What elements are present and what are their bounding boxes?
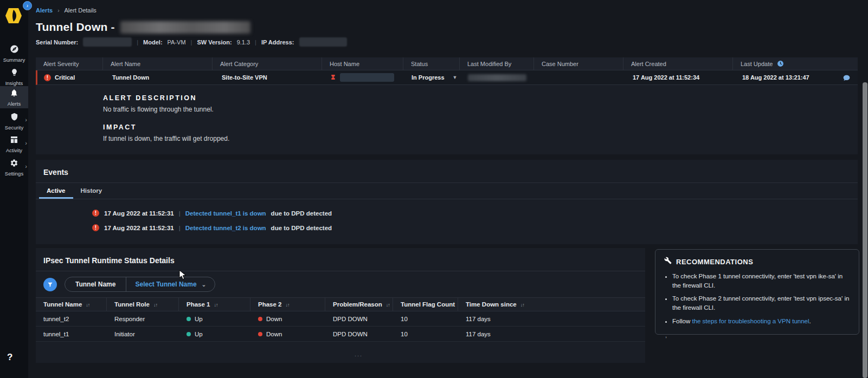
ip-address-label: IP Address: [261, 39, 294, 45]
alert-table-row: ! Critical Tunnel Down Site-to-Site VPN … [36, 70, 858, 85]
breadcrumb-alerts-link[interactable]: Alerts [36, 7, 53, 14]
event-list: ! 17 Aug 2022 at 11:52:31 Detected tunne… [36, 199, 858, 231]
filter-row: Tunnel Name Select Tunnel Name ⌄ [36, 271, 645, 297]
recommendations-title: RECOMMENDATIONS [676, 258, 753, 266]
tunnel-role-cell: Initiator [107, 327, 179, 341]
model-value: PA-VM [168, 39, 186, 45]
scrollbar-thumb[interactable] [863, 82, 867, 378]
divider [179, 210, 181, 217]
serial-number-label: Serial Number: [36, 39, 78, 45]
sidebar-expand-button[interactable]: › [23, 1, 32, 10]
sidebar-item-security[interactable]: Security › [0, 110, 28, 131]
recommendations-list: To check Phase 1 tunnel connectivity, en… [672, 272, 850, 325]
hourglass-icon [330, 74, 336, 82]
col-alert-severity: Alert Severity [36, 57, 103, 70]
status-up-dot [187, 317, 191, 321]
phase2-cell: Down [250, 327, 325, 341]
event-item: ! 17 Aug 2022 at 11:52:31 Detected tunne… [92, 210, 858, 217]
critical-icon: ! [92, 224, 99, 231]
col-problem-reason[interactable]: Problem/Reason [325, 298, 393, 311]
shield-icon [10, 114, 18, 123]
event-link[interactable]: Detected tunnel_t2 is down [185, 225, 266, 231]
tunnel-name-select[interactable]: Select Tunnel Name ⌄ [126, 277, 215, 291]
col-host-name: Host Name [322, 57, 403, 70]
title-row: Tunnel Down - [36, 21, 250, 34]
troubleshooting-link[interactable]: the steps for troubleshooting a VPN tunn… [692, 318, 809, 324]
col-tunnel-role[interactable]: Tunnel Role [107, 298, 179, 311]
phase1-cell: Up [179, 311, 250, 326]
phase1-cell: Up [179, 327, 250, 341]
col-phase-1[interactable]: Phase 1 [179, 298, 250, 311]
recommendation-item: Follow the steps for troubleshooting a V… [672, 317, 850, 326]
tab-active[interactable]: Active [39, 183, 73, 199]
events-tabs: Active History [36, 183, 858, 199]
col-phase-2[interactable]: Phase 2 [250, 298, 325, 311]
divider [137, 39, 138, 45]
scrollbar-track [861, 0, 868, 378]
sidebar-item-alerts[interactable]: Alerts [0, 86, 28, 108]
chevron-right-icon: › [25, 140, 27, 146]
event-detail: due to DPD detected [271, 210, 332, 217]
device-meta-row: Serial Number: Model: PA-VM SW Version: … [36, 37, 347, 47]
col-last-update: Last Update [733, 57, 858, 70]
table-row: tunnel_t1 Initiator Up Down DPD DOWN 10 … [36, 327, 645, 342]
clock-icon [777, 60, 784, 68]
last-modified-by-cell [461, 70, 536, 84]
chevron-down-icon: ▼ [453, 75, 458, 80]
chevron-right-icon: › [57, 8, 59, 14]
breadcrumb-current: Alert Details [65, 7, 97, 14]
critical-icon: ! [92, 210, 99, 217]
impact-text: If tunnel is down, the traffic will get … [103, 135, 858, 142]
sidebar-item-label: Summary [0, 57, 28, 63]
sw-version-label: SW Version: [197, 39, 232, 45]
alert-name-cell: Tunnel Down [105, 70, 214, 84]
alert-table-header: Alert Severity Alert Name Alert Category… [36, 57, 858, 70]
event-link[interactable]: Detected tunnel_t1 is down [185, 210, 266, 217]
wrench-icon [664, 257, 672, 266]
events-title: Events [36, 160, 858, 183]
status-dropdown[interactable]: In Progress ▼ [405, 70, 461, 84]
filter-field-label: Tunnel Name [65, 277, 126, 291]
breadcrumb: Alerts › Alert Details [36, 7, 97, 14]
status-up-dot [187, 332, 191, 336]
sidebar-item-settings[interactable]: Settings › [0, 157, 28, 177]
sidebar-item-activity[interactable]: Activity › [0, 133, 28, 153]
col-alert-category: Alert Category [213, 57, 322, 70]
more-indicator: ... [355, 351, 363, 357]
alert-category-cell: Site-to-Site VPN [214, 70, 324, 84]
redacted-serial-number [83, 37, 132, 47]
status-down-dot [258, 332, 262, 336]
chevron-right-icon: › [25, 163, 27, 170]
sidebar-item-insights[interactable]: Insights [0, 66, 28, 86]
lightbulb-icon [10, 69, 18, 79]
filter-icon[interactable] [43, 278, 57, 291]
case-number-cell [536, 70, 625, 84]
col-tunnel-name[interactable]: Tunnel Name [36, 298, 107, 311]
comment-bubble-icon[interactable] [843, 74, 851, 84]
sidebar-item-label: Alerts [0, 101, 28, 107]
problem-reason-cell: DPD DOWN [325, 311, 393, 326]
help-button[interactable]: ? [7, 352, 12, 363]
ipsec-title: IPsec Tunnel Runtime Status Details [36, 248, 645, 271]
sidebar-item-summary[interactable]: Summary [0, 42, 28, 63]
flag-count-cell: 10 [393, 327, 458, 341]
alert-details-page: › Summary Insights Alerts Security [0, 0, 868, 378]
tunnel-name-cell: tunnel_t1 [36, 327, 107, 341]
pan-logo[interactable] [4, 6, 23, 25]
redacted-ip-address [299, 37, 347, 47]
tab-history[interactable]: History [73, 183, 110, 199]
event-time: 17 Aug 2022 at 11:52:31 [104, 225, 174, 231]
sidebar-item-label: Insights [0, 80, 28, 86]
event-time: 17 Aug 2022 at 11:52:31 [104, 210, 174, 217]
alert-summary-panel: Alert Severity Alert Name Alert Category… [36, 57, 858, 154]
grid-icon [10, 136, 18, 146]
redacted-user-name [468, 74, 526, 81]
flag-count-cell: 10 [393, 311, 458, 326]
col-tunnel-flag-count[interactable]: Tunnel Flag Count [393, 298, 458, 311]
col-time-down-since[interactable]: Time Down since [458, 298, 645, 311]
last-update-cell: 18 Aug 2022 at 13:21:47 [735, 70, 858, 84]
sidebar: › Summary Insights Alerts Security [0, 0, 28, 378]
critical-icon: ! [44, 74, 51, 81]
col-last-modified-by: Last Modified By [460, 57, 534, 70]
phase2-cell: Down [250, 311, 325, 326]
